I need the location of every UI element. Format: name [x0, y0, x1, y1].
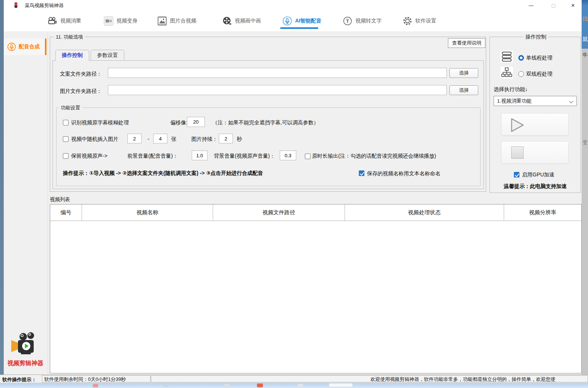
tab-operation-control[interactable]: 操作控制	[55, 50, 89, 61]
gear-icon	[403, 16, 412, 26]
original-length-label: 原时长输出(注：勾选的话配音读完视频还会继续播放)	[312, 153, 436, 160]
nav-label: 视频消重	[60, 18, 81, 24]
desktop-edge-left	[0, 0, 4, 388]
nav-label: 视频变身	[116, 18, 137, 24]
nav-label: 软件设置	[415, 18, 436, 24]
background-fragment: 牛	[582, 52, 588, 58]
video-camera-icon	[104, 16, 113, 26]
image-duration-input[interactable]	[219, 134, 233, 143]
insert-min-input[interactable]	[127, 134, 142, 143]
range-separator: -	[148, 136, 149, 142]
image-duration-label: 图片持续：	[191, 136, 218, 143]
welcome-message: 欢迎使用视频剪辑神器，软件功能非常多，功能都是独立分明的，操作简单，欢迎您使	[370, 376, 555, 382]
text-folder-input[interactable]	[108, 68, 447, 78]
stop-button[interactable]	[501, 141, 569, 164]
foreground-volume-input[interactable]	[192, 151, 207, 160]
text-folder-label: 文案文件夹路径：	[60, 71, 102, 78]
microphone-icon	[7, 42, 16, 51]
close-button[interactable]: ✕	[564, 0, 582, 10]
nav-tab-video-to-text[interactable]: T 视频转文字	[343, 15, 382, 27]
minimize-button[interactable]: —	[522, 0, 540, 10]
options-groupbox-title: 11. 功能选项	[54, 34, 85, 40]
select-image-folder-button[interactable]: 选择	[449, 85, 478, 95]
gpu-acceleration-label: 启用GPU加速	[522, 172, 554, 178]
column-header-file-path[interactable]: 视频文件路径	[213, 204, 345, 221]
nav-tab-video-dedup[interactable]: 视频消重	[48, 15, 81, 27]
dual-thread-radio[interactable]	[518, 71, 524, 77]
video-list-title: 视频列表	[50, 196, 70, 203]
column-header-status[interactable]: 视频处理状态	[345, 204, 504, 221]
movie-camera-icon	[48, 16, 57, 26]
column-header-video-name[interactable]: 视频名称	[82, 204, 213, 221]
background-window-strip: 找 就 牛 变	[582, 0, 588, 383]
image-folder-label: 图片文件夹路径：	[60, 88, 102, 95]
keep-original-audio-checkbox[interactable]	[63, 153, 69, 159]
insert-unit-label: 张	[171, 136, 176, 143]
svg-text:T: T	[346, 18, 349, 24]
blur-subtitles-checkbox[interactable]	[63, 120, 69, 125]
film-reel-icon	[222, 16, 232, 26]
operation-hint: 操作提示：①导入视频 -> ②选择文案文件夹(随机调用文案) -> ③点击开始进…	[63, 170, 263, 177]
single-thread-radio[interactable]	[518, 55, 524, 61]
maximize-button[interactable]: ▢	[545, 0, 562, 10]
gpu-acceleration-checkbox[interactable]	[514, 172, 519, 178]
image-folder-input[interactable]	[108, 85, 447, 95]
offset-pixels-input[interactable]	[187, 117, 205, 127]
play-icon	[509, 117, 525, 133]
function-dropdown-value: 1.视频消重功能	[497, 98, 531, 104]
offset-note: （注：如果不能完全遮挡字幕,可以调高参数）	[212, 119, 319, 126]
nav-tab-ai-dubbing[interactable]: AI智能配音	[282, 15, 321, 27]
select-text-folder-button[interactable]: 选择	[449, 68, 478, 78]
nav-tab-image-to-video[interactable]: 图片合视频	[157, 15, 196, 27]
gpu-note: 温馨提示：此电脑支持加速	[490, 183, 581, 190]
background-volume-input[interactable]	[280, 151, 296, 160]
remaining-time-field: 软件使用剩余时间：0天0小时1分39秒	[42, 375, 151, 382]
original-length-checkbox[interactable]	[305, 154, 310, 159]
chevron-down-icon	[569, 99, 573, 103]
nav-tab-settings[interactable]: 软件设置	[403, 15, 436, 27]
background-fragment: 变	[582, 139, 588, 146]
nav-label: 视频转文字	[355, 18, 382, 24]
view-instructions-button[interactable]: 查看使用说明	[448, 38, 485, 48]
dual-thread-label: 双线程处理	[526, 71, 552, 78]
taskbar-icon[interactable]	[257, 384, 263, 387]
nav-tab-video-pip[interactable]: 视频画中画	[222, 15, 261, 27]
window-title: 菜鸟视频剪辑神器	[25, 2, 64, 9]
insert-max-input[interactable]	[153, 134, 167, 143]
taskbar-icon[interactable]	[298, 384, 303, 387]
nav-tab-video-transform[interactable]: 视频变身	[104, 15, 137, 27]
taskbar-icon[interactable]	[224, 384, 229, 387]
save-name-label: 保存的视频名称用文本名称命名	[367, 170, 440, 177]
app-icon	[13, 2, 19, 8]
save-name-checkbox[interactable]	[359, 170, 364, 176]
single-thread-label: 单线程处理	[526, 55, 552, 61]
logo-label: 视频剪辑神器	[4, 360, 47, 367]
taskbar-icon[interactable]	[93, 384, 98, 387]
picture-icon	[157, 16, 167, 26]
microphone-icon	[282, 16, 292, 26]
movie-camera-logo-icon	[10, 331, 41, 357]
insert-images-checkbox[interactable]	[63, 136, 69, 142]
insert-images-label: 视频中随机插入图片	[71, 136, 118, 143]
function-dropdown[interactable]: 1.视频消重功能	[494, 96, 577, 106]
screen: 找 就 牛 变 菜鸟视频剪辑神器 — ▢ ✕	[0, 0, 588, 388]
column-header-number[interactable]: 编号	[50, 204, 82, 221]
foreground-volume-label: 前景音量(配音音量)：	[127, 153, 178, 160]
background-fragment: 就	[582, 36, 588, 43]
sidebar-item-dubbing[interactable]: 配音合成	[4, 39, 46, 55]
dual-thread-icon	[500, 66, 513, 79]
start-button[interactable]	[501, 113, 569, 136]
welcome-message-field: 欢迎使用视频剪辑神器，软件功能非常多，功能都是独立分明的，操作简单，欢迎您使	[151, 375, 588, 382]
function-settings-title: 功能设置	[59, 104, 82, 111]
nav-label: AI智能配音	[295, 18, 321, 24]
background-volume-label: 背景音量(视频原声音量)：	[214, 153, 275, 160]
tab-parameter-settings[interactable]: 参数设置	[91, 50, 124, 60]
taskbar-icon[interactable]	[163, 384, 169, 387]
taskbar[interactable]	[0, 383, 588, 388]
control-groupbox-title: 操作控制	[524, 34, 548, 40]
column-header-resolution[interactable]: 视频分辨率	[504, 204, 581, 221]
function-select-label: 选择执行功能↓	[494, 86, 528, 93]
taskbar-window-preview[interactable]	[329, 383, 353, 387]
duration-unit-label: 秒	[237, 136, 242, 143]
video-list-header: 编号 视频名称 视频文件路径 视频处理状态 视频分辨率	[50, 204, 581, 221]
